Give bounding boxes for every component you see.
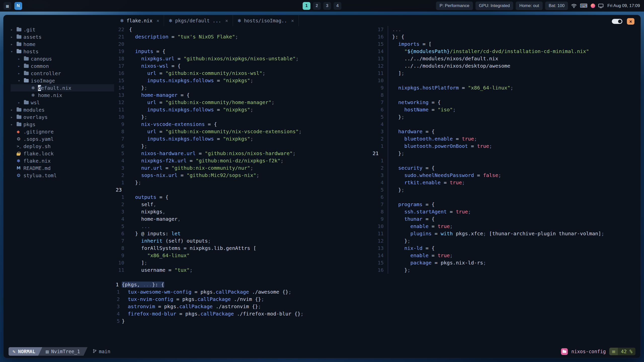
code-line[interactable]: 21 description = "tux's NixOS Flake"; <box>115 33 367 40</box>
tree-item-stylua.toml[interactable]: ⚙stylua.toml <box>11 172 114 179</box>
workspace-2[interactable]: 2 <box>313 2 321 10</box>
code-line[interactable]: 12 url = "github:nix-community/home-mana… <box>115 99 367 106</box>
indicator-dot-icon[interactable] <box>591 4 595 8</box>
code-line[interactable]: 23 <box>115 186 367 194</box>
code-line[interactable]: 6 }; <box>115 143 367 150</box>
code-line[interactable]: 16 url = "github:nix-community/nixos-wsl… <box>115 70 367 77</box>
code-line[interactable]: 2 tux-nvim-config = pkgs.callPackage ./n… <box>115 296 636 303</box>
chevron-right-icon[interactable]: ▸ <box>18 71 24 76</box>
code-line[interactable]: 16 }; <box>372 266 636 274</box>
chevron-right-icon[interactable]: ▸ <box>18 100 24 105</box>
code-line[interactable]: 10 enable = true; <box>372 223 636 230</box>
code-line[interactable]: 12 }; <box>372 237 636 245</box>
code-line[interactable]: 9 nix-vscode-extensions = { <box>115 121 367 128</box>
code-line[interactable]: 5 ... <box>115 223 367 230</box>
code-line[interactable]: 14 }; <box>115 84 367 92</box>
code-line[interactable]: 19 inputs = { <box>115 48 367 55</box>
code-line[interactable]: 14 enable = true; <box>372 252 636 259</box>
code-line[interactable]: 11 plugins = with pkgs.xfce; [thunar-arc… <box>372 230 636 237</box>
code-line[interactable]: 7 inputs.nixpkgs.follows = "nixpkgs"; <box>115 135 367 143</box>
code-line[interactable]: 10 }; <box>115 113 367 121</box>
tab-pkgs-default-...[interactable]: ❄pkgs/default ...× <box>164 15 233 26</box>
code-line[interactable]: 5 }; <box>372 113 636 121</box>
tree-item-wsl[interactable]: ▸wsl <box>11 99 114 106</box>
tree-item-hosts[interactable]: ▾hosts <box>11 48 114 55</box>
chevron-right-icon[interactable]: ▸ <box>11 35 17 39</box>
code-line[interactable]: 17... <box>372 26 636 33</box>
code-line[interactable]: 8 url = "github:nix-community/nix-vscode… <box>115 128 367 135</box>
keyboard-icon[interactable]: ⌨ <box>580 3 587 9</box>
code-line[interactable]: 6 } @ inputs: let <box>115 230 367 237</box>
tree-item-common[interactable]: ▸common <box>11 62 114 70</box>
tree-item-canopus[interactable]: ▸canopus <box>11 55 114 62</box>
code-line[interactable]: 10 ]; <box>115 259 367 266</box>
code-line[interactable]: 2 self, <box>115 201 367 208</box>
tree-item-controller[interactable]: ▸controller <box>11 70 114 77</box>
code-line[interactable]: 5 }; <box>372 186 636 194</box>
workspace-1[interactable]: 1 <box>303 2 310 10</box>
launcher-icon[interactable]: N <box>14 2 22 10</box>
toggle-switch[interactable] <box>612 19 622 24</box>
code-line[interactable]: 6 hostName = "iso"; <box>372 106 636 113</box>
code-line[interactable]: 13 home-manager = { <box>115 92 367 99</box>
code-line[interactable]: 8 <box>372 92 636 99</box>
code-line[interactable]: 22{ <box>115 26 367 33</box>
code-line[interactable]: 1 }; <box>115 179 367 186</box>
chevron-down-icon[interactable]: ▾ <box>11 49 17 54</box>
code-line[interactable]: 1{pkgs, ...}: { <box>115 281 636 288</box>
code-line[interactable]: 3 sudo.wheelNeedsPassword = false; <box>372 172 636 179</box>
editor-flake[interactable]: 22{21 description = "tux's NixOS Flake";… <box>115 26 367 274</box>
code-line[interactable]: 4 rtkit.enable = true; <box>372 179 636 186</box>
chevron-down-icon[interactable]: ▾ <box>18 78 24 83</box>
code-line[interactable]: 15 package = pkgs.nix-ld-rs; <box>372 259 636 266</box>
code-line[interactable]: 10 <box>372 77 636 84</box>
code-line[interactable]: 7 programs = { <box>372 201 636 208</box>
code-line[interactable]: 1 bluetooth.powerOnBoot = true; <box>372 143 636 150</box>
tree-item-default.nix[interactable]: ❄default.nix <box>11 84 114 92</box>
code-line[interactable]: 11 ]; <box>372 70 636 77</box>
code-line[interactable]: 1 <box>372 157 636 164</box>
tree-item-flake.nix[interactable]: ❄flake.nix <box>11 157 114 164</box>
code-line[interactable]: 3 hardware = { <box>372 128 636 135</box>
tree-item-deploy.sh[interactable]: >_deploy.sh <box>11 143 114 150</box>
code-line[interactable]: 1 tux-awesome-wm-config = pkgs.callPacka… <box>115 288 636 296</box>
chevron-right-icon[interactable]: ▸ <box>11 115 17 119</box>
code-line[interactable]: 13 nix-ld = { <box>372 245 636 252</box>
tree-item-assets[interactable]: ▸assets <box>11 33 114 40</box>
chevron-right-icon[interactable]: ▸ <box>11 27 17 32</box>
code-line[interactable]: 3 astronvim = pkgs.callPackage ./astronv… <box>115 303 636 310</box>
close-tab-icon[interactable]: × <box>291 18 294 23</box>
tree-item-home.nix[interactable]: ❄home.nix <box>11 92 114 99</box>
code-line[interactable]: 17 nixos-wsl = { <box>115 62 367 70</box>
close-tab-icon[interactable]: × <box>156 18 159 23</box>
tree-item-isoImage[interactable]: ▾isoImage <box>11 77 114 84</box>
code-line[interactable]: 9 thunar = { <box>372 215 636 223</box>
close-tab-icon[interactable]: × <box>225 18 228 23</box>
workspace-3[interactable]: 3 <box>323 2 331 10</box>
code-line[interactable]: 20 <box>115 40 367 48</box>
chevron-right-icon[interactable]: ▸ <box>11 122 17 127</box>
code-line[interactable]: 1 outputs = { <box>115 194 367 201</box>
tree-item-overlays[interactable]: ▸overlays <box>11 113 114 121</box>
chevron-right-icon[interactable]: ▸ <box>18 64 24 68</box>
tree-item-.sops.yaml[interactable]: ⚙.sops.yaml <box>11 135 114 143</box>
chevron-right-icon[interactable]: ▸ <box>11 42 17 47</box>
code-line[interactable]: 4 <box>372 121 636 128</box>
code-line[interactable]: 3 nur.url = "github:nix-community/nur"; <box>115 164 367 172</box>
code-line[interactable]: 15 inputs.nixpkgs.follows = "nixpkgs"; <box>115 77 367 84</box>
code-line[interactable]: 9 "x86_64-linux" <box>115 252 367 259</box>
code-line[interactable]: 8 ssh.startAgent = true; <box>372 208 636 215</box>
wifi-icon[interactable] <box>571 4 577 8</box>
tab-hosts-isoImag..[interactable]: ❄hosts/isoImag..× <box>233 15 299 26</box>
code-line[interactable]: 9 nixpkgs.hostPlatform = "x86_64-linux"; <box>372 84 636 92</box>
tree-item-flake.lock[interactable]: flake.lock <box>11 150 114 157</box>
code-line[interactable]: 2 sops-nix.url = "github:Mic92/sops-nix"… <box>115 172 367 179</box>
tab-flake.nix[interactable]: ❄flake.nix× <box>115 15 164 26</box>
window-close-button[interactable]: × <box>627 18 634 25</box>
tree-item-home[interactable]: ▸home <box>11 40 114 48</box>
code-line[interactable]: 18 nixpkgs.url = "github:nixos/nixpkgs/n… <box>115 55 367 62</box>
code-line[interactable]: 15 imports = [ <box>372 40 636 48</box>
code-line[interactable]: 7 inherit (self) outputs; <box>115 237 367 245</box>
code-line[interactable]: 4 firefox-mod-blur = pkgs.callPackage ./… <box>115 310 636 318</box>
tree-item-README.md[interactable]: MREADME.md <box>11 164 114 172</box>
